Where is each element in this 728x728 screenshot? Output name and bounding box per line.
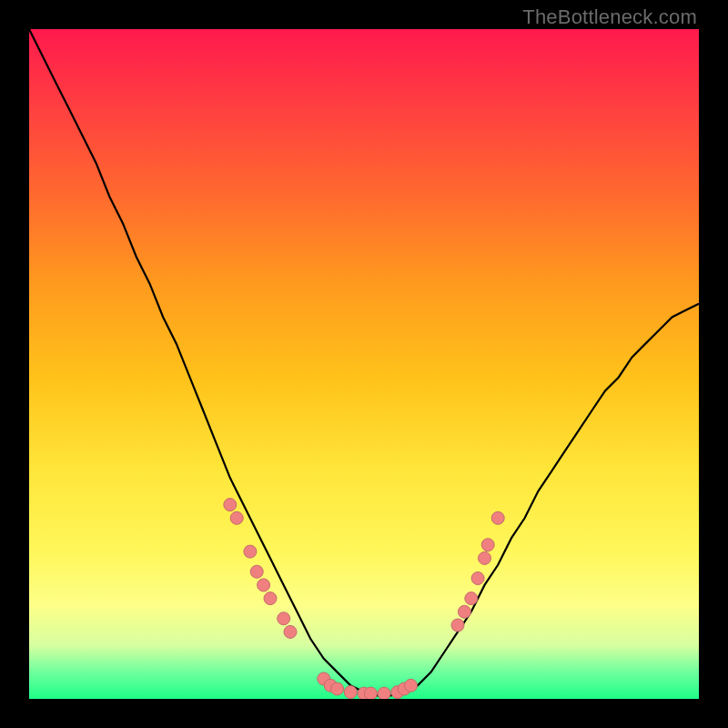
curve-marker (264, 592, 277, 605)
curve-marker (481, 539, 494, 551)
curve-marker (284, 625, 297, 638)
curve-marker (344, 686, 357, 699)
curve-marker (258, 579, 270, 592)
curve-marker (378, 687, 390, 699)
bottleneck-curve (29, 29, 699, 695)
curve-marker (405, 679, 418, 692)
curve-marker (491, 511, 504, 524)
curve-marker (331, 682, 344, 695)
curve-marker (364, 687, 377, 699)
curve-marker (230, 511, 243, 524)
curve-marker (224, 499, 237, 511)
watermark-text: TheBottleneck.com (522, 5, 697, 29)
curve-marker (451, 619, 464, 632)
chart-svg (29, 29, 699, 699)
curve-marker (250, 565, 263, 578)
curve-marker (458, 605, 470, 618)
chart-plot-area (29, 29, 699, 699)
curve-marker (465, 592, 478, 605)
curve-marker (471, 572, 484, 585)
curve-marker (278, 612, 290, 625)
chart-frame: TheBottleneck.com (0, 0, 728, 728)
curve-markers (224, 499, 504, 699)
curve-marker (479, 551, 491, 564)
curve-marker (244, 545, 257, 558)
